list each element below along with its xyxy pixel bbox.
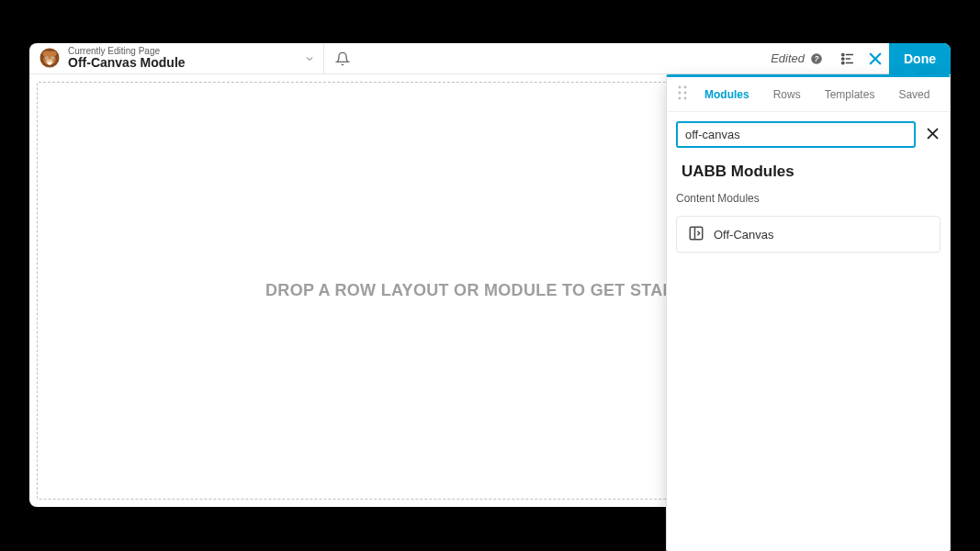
brand-block: Currently Editing Page Off-Canvas Module [29, 46, 195, 70]
tab-templates[interactable]: Templates [813, 77, 887, 112]
tab-saved[interactable]: Saved [886, 77, 941, 112]
tab-modules[interactable]: Modules [693, 77, 761, 112]
svg-point-20 [679, 86, 681, 89]
search-input[interactable] [676, 121, 916, 148]
panel-section-subtitle: Content Modules [667, 186, 950, 210]
done-button[interactable]: Done [889, 43, 951, 74]
outline-toggle-icon[interactable] [834, 51, 862, 67]
search-row [667, 112, 950, 155]
svg-point-14 [842, 57, 844, 59]
app-window: Currently Editing Page Off-Canvas Module… [29, 43, 951, 507]
svg-point-22 [679, 92, 681, 95]
help-icon: ? [810, 52, 823, 65]
notifications-bell-icon[interactable] [324, 51, 361, 66]
panel-section-title: UABB Modules [667, 155, 950, 186]
tab-rows[interactable]: Rows [761, 77, 813, 112]
svg-text:?: ? [815, 54, 819, 62]
panel-tabs: Modules Rows Templates Saved [667, 77, 950, 112]
svg-point-16 [842, 62, 844, 63]
svg-point-21 [684, 86, 687, 89]
title-block: Currently Editing Page Off-Canvas Module [68, 46, 186, 70]
toggle-panel-close-icon[interactable] [862, 51, 889, 67]
svg-point-6 [46, 58, 48, 60]
svg-point-24 [679, 97, 681, 100]
svg-point-23 [684, 92, 687, 95]
off-canvas-module-icon [688, 225, 704, 244]
edited-status[interactable]: Edited ? [771, 51, 834, 65]
svg-rect-9 [49, 62, 51, 65]
page-menu-caret[interactable] [296, 53, 323, 64]
beaver-logo-icon [39, 47, 61, 69]
drag-handle-icon[interactable] [672, 85, 693, 103]
page-title: Off-Canvas Module [68, 56, 186, 70]
clear-search-icon[interactable] [925, 126, 941, 144]
module-item-off-canvas[interactable]: Off-Canvas [676, 216, 941, 253]
edited-label: Edited [771, 51, 805, 65]
top-bar: Currently Editing Page Off-Canvas Module… [29, 43, 951, 74]
svg-point-25 [684, 97, 687, 100]
svg-point-8 [51, 58, 53, 60]
panel-pointer-icon [902, 67, 917, 74]
svg-point-12 [842, 53, 844, 55]
drop-placeholder-text: DROP A ROW LAYOUT OR MODULE TO GET START… [265, 281, 715, 300]
module-item-label: Off-Canvas [714, 228, 774, 242]
content-panel: Modules Rows Templates Saved UABB Module… [666, 74, 951, 551]
